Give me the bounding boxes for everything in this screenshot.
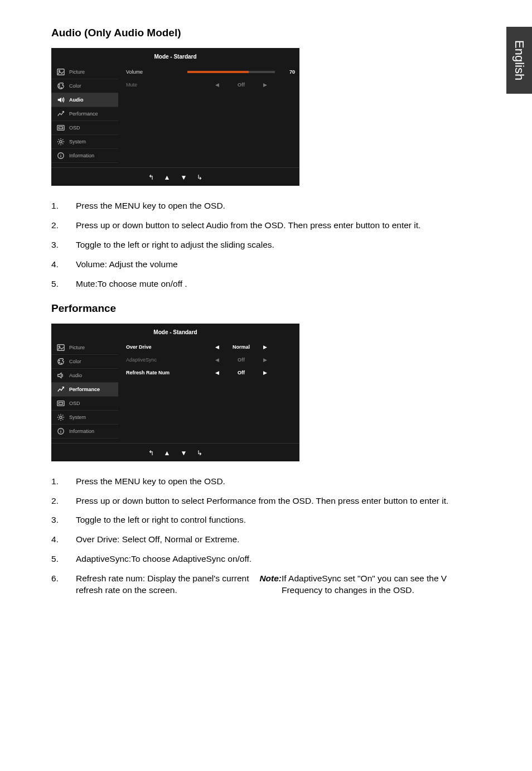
sidebar-item-label: Color bbox=[69, 359, 81, 364]
osd-row-volume[interactable]: Volume 70 bbox=[126, 65, 295, 78]
sidebar-item-label: Picture bbox=[69, 69, 85, 75]
row-label: Over Drive bbox=[126, 344, 187, 350]
svg-rect-16 bbox=[57, 401, 64, 406]
instructions-performance: Press the MENU key to open the OSD. Pres… bbox=[51, 476, 481, 596]
overdrive-value: Normal bbox=[222, 344, 261, 350]
osd-panel-audio: Mode - Stardard Picture Color Audio Perf… bbox=[51, 48, 299, 186]
picture-icon bbox=[57, 344, 65, 351]
svg-point-14 bbox=[59, 362, 60, 363]
osd-icon bbox=[57, 399, 65, 407]
sidebar-item-label: Color bbox=[69, 83, 81, 89]
section-heading-performance: Performance bbox=[51, 302, 481, 315]
sidebar-item-osd[interactable]: OSD bbox=[51, 397, 118, 411]
right-arrow-icon[interactable]: ▶ bbox=[261, 370, 270, 375]
svg-point-4 bbox=[61, 88, 61, 88]
sidebar-item-label: OSD bbox=[69, 125, 80, 131]
row-label: AdaptiveSync bbox=[126, 357, 187, 363]
svg-point-12 bbox=[59, 346, 60, 347]
sidebar-item-label: Information bbox=[69, 153, 94, 158]
sidebar-item-color[interactable]: Color bbox=[51, 79, 118, 93]
instruction-step: Press up or down button to select Perfor… bbox=[51, 495, 481, 507]
instruction-step: AdaptiveSync:To choose AdaptiveSync on/o… bbox=[51, 553, 481, 565]
svg-rect-17 bbox=[59, 402, 63, 404]
info-icon bbox=[57, 152, 65, 160]
sidebar-item-audio[interactable]: Audio bbox=[51, 93, 118, 107]
sidebar-item-color[interactable]: Color bbox=[51, 355, 118, 369]
svg-point-10 bbox=[60, 154, 61, 155]
osd-footer-nav: ↰ ▲ ▼ ↳ bbox=[51, 443, 299, 461]
osd-mode-label: Mode - Standard bbox=[51, 324, 299, 341]
instruction-step: Volume: Adjust the volume bbox=[51, 259, 481, 271]
sidebar-item-label: Picture bbox=[69, 345, 85, 350]
up-icon[interactable]: ▲ bbox=[164, 449, 171, 457]
instruction-step: Press the MENU key to open the OSD. bbox=[51, 200, 481, 212]
sidebar-item-label: Performance bbox=[69, 111, 98, 117]
instruction-step: Refresh rate num: Display the panel's cu… bbox=[51, 573, 481, 596]
sidebar-item-label: OSD bbox=[69, 401, 80, 406]
sidebar-item-information[interactable]: Information bbox=[51, 149, 118, 163]
osd-icon bbox=[57, 124, 65, 132]
svg-point-18 bbox=[60, 416, 62, 418]
instruction-step: Over Drive: Select Off, Normal or Extrem… bbox=[51, 534, 481, 546]
sidebar-item-system[interactable]: System bbox=[51, 135, 118, 149]
instructions-audio: Press the MENU key to open the OSD. Pres… bbox=[51, 200, 481, 290]
up-icon[interactable]: ▲ bbox=[164, 174, 171, 181]
sidebar-item-picture[interactable]: Picture bbox=[51, 65, 118, 79]
volume-slider[interactable] bbox=[187, 71, 275, 73]
sidebar-item-label: Audio bbox=[69, 97, 84, 103]
osd-row-adaptivesync[interactable]: AdaptiveSync ◀ Off ▶ bbox=[126, 354, 295, 367]
osd-sidebar: Picture Color Audio Performance OSD bbox=[51, 65, 118, 163]
left-arrow-icon[interactable]: ◀ bbox=[213, 82, 222, 88]
osd-row-mute[interactable]: Mute ◀ Off ▶ bbox=[126, 78, 295, 91]
sidebar-item-system[interactable]: System bbox=[51, 411, 118, 425]
svg-point-1 bbox=[59, 70, 60, 71]
gear-icon bbox=[57, 413, 65, 421]
back-icon[interactable]: ↰ bbox=[148, 174, 154, 181]
osd-row-refresh[interactable]: Refresh Rate Num ◀ Off ▶ bbox=[126, 367, 295, 379]
speaker-icon bbox=[57, 372, 65, 379]
right-arrow-icon[interactable]: ▶ bbox=[261, 82, 270, 88]
svg-point-7 bbox=[60, 141, 62, 143]
svg-point-13 bbox=[59, 360, 60, 360]
enter-icon[interactable]: ↳ bbox=[197, 449, 202, 457]
note-text: If AdaptiveSync set "On" you can see the… bbox=[282, 573, 481, 596]
down-icon[interactable]: ▼ bbox=[181, 174, 187, 181]
picture-icon bbox=[57, 68, 65, 76]
sidebar-item-label: Information bbox=[69, 428, 94, 434]
section-heading-audio: Audio (Only Audio Model) bbox=[51, 27, 481, 39]
instruction-step: Toggle to the left or right to adjust th… bbox=[51, 239, 481, 251]
sidebar-item-osd[interactable]: OSD bbox=[51, 121, 118, 135]
left-arrow-icon[interactable]: ◀ bbox=[213, 370, 222, 375]
sidebar-item-performance[interactable]: Performance bbox=[51, 107, 118, 121]
right-arrow-icon[interactable]: ▶ bbox=[261, 344, 270, 350]
osd-row-overdrive[interactable]: Over Drive ◀ Normal ▶ bbox=[126, 341, 295, 354]
back-icon[interactable]: ↰ bbox=[148, 449, 154, 457]
sidebar-item-label: System bbox=[69, 139, 86, 144]
instruction-step: Press the MENU key to open the OSD. bbox=[51, 476, 481, 488]
enter-icon[interactable]: ↳ bbox=[197, 174, 202, 181]
left-arrow-icon[interactable]: ◀ bbox=[213, 344, 222, 350]
refresh-value: Off bbox=[222, 370, 261, 375]
left-arrow-icon[interactable]: ◀ bbox=[213, 357, 222, 363]
svg-point-3 bbox=[59, 86, 60, 87]
info-icon bbox=[57, 427, 65, 435]
instruction-step: Mute:To choose mute on/off . bbox=[51, 278, 481, 290]
performance-icon bbox=[57, 386, 65, 393]
sidebar-item-audio[interactable]: Audio bbox=[51, 369, 118, 383]
sidebar-item-performance[interactable]: Performance bbox=[51, 383, 118, 397]
osd-panel-performance: Mode - Standard Picture Color Audio Perf… bbox=[51, 324, 299, 461]
osd-mode-label: Mode - Stardard bbox=[51, 48, 299, 65]
svg-point-15 bbox=[61, 363, 61, 363]
row-label: Volume bbox=[126, 69, 187, 75]
sidebar-item-picture[interactable]: Picture bbox=[51, 341, 118, 355]
right-arrow-icon[interactable]: ▶ bbox=[261, 357, 270, 363]
row-label: Refresh Rate Num bbox=[126, 370, 187, 375]
sidebar-item-label: Audio bbox=[69, 373, 82, 378]
adaptivesync-value: Off bbox=[222, 357, 261, 363]
sidebar-item-information[interactable]: Information bbox=[51, 425, 118, 438]
svg-rect-5 bbox=[57, 126, 64, 131]
down-icon[interactable]: ▼ bbox=[181, 449, 187, 457]
sidebar-item-label: System bbox=[69, 415, 86, 420]
speaker-icon bbox=[57, 96, 65, 104]
slider-fill bbox=[187, 71, 249, 73]
